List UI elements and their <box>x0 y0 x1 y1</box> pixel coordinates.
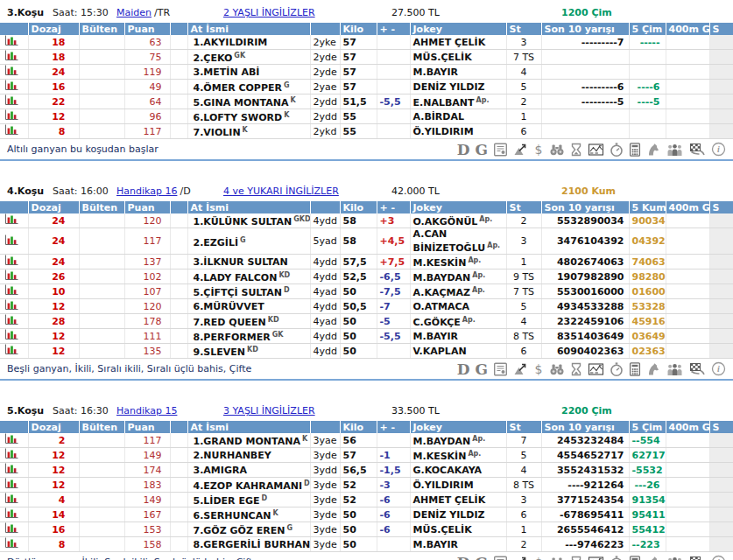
horse-row: 41495.LİDER EGED3yde52-6AHMET ÇELİK33771… <box>0 493 733 508</box>
cell-bulten <box>79 50 124 65</box>
binoculars-icon[interactable] <box>549 556 565 560</box>
form-stats-icon[interactable] <box>4 80 19 94</box>
performance-icon[interactable] <box>513 143 528 157</box>
form-stats-icon[interactable] <box>4 344 19 358</box>
form-stats-icon[interactable] <box>4 508 19 522</box>
calculator-icon[interactable] <box>629 143 641 157</box>
cell-name: 8.GERGERİLİ BURHAN <box>187 537 310 552</box>
program-icon[interactable] <box>493 362 508 376</box>
stopwatch-icon[interactable] <box>610 143 624 157</box>
info-icon[interactable]: i <box>711 142 726 157</box>
horse-row: 121206.MÜRÜVVET4ydd50,5-7O.ATMACA5493453… <box>0 299 733 314</box>
stopwatch-icon[interactable] <box>610 362 624 376</box>
ganyan-g-icon[interactable]: G <box>475 362 488 376</box>
program-icon[interactable] <box>493 556 508 560</box>
dollar-icon[interactable]: $ <box>533 362 544 376</box>
crowd-icon[interactable] <box>666 362 683 376</box>
form-stats-icon[interactable] <box>4 50 19 64</box>
cell-name: 5.ÇİFTÇİ SULTAND <box>187 284 310 299</box>
form-stats-icon[interactable] <box>4 478 19 492</box>
stopwatch-icon[interactable] <box>610 556 624 560</box>
cell-s <box>709 463 733 478</box>
hourglass-icon[interactable] <box>570 143 582 157</box>
horse-icon[interactable] <box>646 362 661 376</box>
cell-icon <box>0 255 28 270</box>
cell-son10: 2453232484 <box>541 433 629 448</box>
cell-puan: 96 <box>124 109 170 124</box>
form-stats-icon[interactable] <box>4 433 19 447</box>
form-stats-icon[interactable] <box>4 299 19 313</box>
horse-row: 241373.İLKNUR SULTAN4ydd57,5+7,5M.KESKİN… <box>0 255 733 270</box>
form-stats-icon[interactable] <box>4 329 19 343</box>
form-chart-icon[interactable] <box>588 143 604 157</box>
cell-s <box>709 537 733 552</box>
race-type-link[interactable]: Handikap 15 <box>116 405 177 416</box>
cell-gap <box>170 299 187 314</box>
info-icon[interactable]: i <box>711 555 726 560</box>
cell-dozaj: 24 <box>28 65 79 80</box>
horse-icon[interactable] <box>646 556 661 560</box>
form-stats-icon[interactable] <box>4 463 19 477</box>
form-stats-icon[interactable] <box>4 448 19 462</box>
form-chart-icon[interactable] <box>588 362 604 376</box>
jockey-apprentice-flag: Ap. <box>472 271 485 279</box>
ganyan-g-icon[interactable]: G <box>475 556 488 560</box>
cell-pm: +4,5 <box>377 228 410 255</box>
cell-gap <box>170 522 187 537</box>
ganyan-d-icon[interactable]: D <box>457 143 470 157</box>
dollar-icon[interactable]: $ <box>533 143 544 157</box>
jockey-name: V.KAPLAN <box>413 346 467 357</box>
cell-last5: 95411 <box>629 508 666 522</box>
cell-age: 4yad <box>310 314 340 329</box>
race-type-link[interactable]: Maiden <box>116 7 152 18</box>
finish-flag-icon[interactable] <box>688 362 706 376</box>
cell-last5: ----5 <box>629 94 666 109</box>
performance-icon[interactable] <box>513 556 528 560</box>
cell-jokey: E.NALBANTAp. <box>410 94 506 109</box>
column-header-puan: Puan <box>124 201 170 214</box>
binoculars-icon[interactable] <box>549 143 565 157</box>
dollar-icon[interactable]: $ <box>533 556 544 560</box>
ganyan-d-icon[interactable]: D <box>457 362 470 376</box>
jockey-name: DENİZ YILDIZ <box>413 81 485 93</box>
hourglass-icon[interactable] <box>570 362 582 376</box>
finish-flag-icon[interactable] <box>688 556 706 560</box>
ganyan-d-icon[interactable]: D <box>457 556 470 560</box>
race-class-link[interactable]: 2 YAŞLI İNGİLİZLER <box>223 7 315 18</box>
form-stats-icon[interactable] <box>4 124 19 138</box>
program-icon[interactable] <box>493 143 508 157</box>
form-stats-icon[interactable] <box>4 234 19 248</box>
form-stats-icon[interactable] <box>4 35 19 49</box>
info-icon[interactable]: i <box>711 361 726 376</box>
form-chart-icon[interactable] <box>588 556 604 560</box>
form-stats-icon[interactable] <box>4 493 19 507</box>
form-stats-icon[interactable] <box>4 214 19 228</box>
form-stats-icon[interactable] <box>4 522 19 536</box>
ganyan-g-icon[interactable]: G <box>475 143 488 157</box>
crowd-icon[interactable] <box>666 556 683 560</box>
binoculars-icon[interactable] <box>549 362 565 376</box>
form-stats-icon[interactable] <box>4 284 19 298</box>
race-class-link[interactable]: 3 YAŞLI İNGİLİZLER <box>223 405 315 416</box>
horse-row: 81588.GERGERİLİ BURHAN3yde50M.BAYIR2---9… <box>0 537 733 552</box>
hourglass-icon[interactable] <box>570 556 582 560</box>
form-stats-icon[interactable] <box>4 255 19 269</box>
form-stats-icon[interactable] <box>4 270 19 284</box>
calculator-icon[interactable] <box>629 362 641 376</box>
form-stats-icon[interactable] <box>4 94 19 108</box>
race-type-link[interactable]: Handikap 16 <box>116 186 177 197</box>
horse-name: 1.GRAND MONTANA <box>194 436 300 447</box>
form-stats-icon[interactable] <box>4 314 19 328</box>
form-stats-icon[interactable] <box>4 65 19 79</box>
cell-dozaj: 16 <box>28 80 79 94</box>
crowd-icon[interactable] <box>666 143 683 157</box>
performance-icon[interactable] <box>513 362 528 376</box>
horse-name: 5.LİDER EGE <box>194 495 260 507</box>
form-stats-icon[interactable] <box>4 109 19 123</box>
race-class-link[interactable]: 4 ve YUKARI İNGİLİZLER <box>223 186 339 197</box>
cell-icon <box>0 329 28 344</box>
finish-flag-icon[interactable] <box>688 143 706 157</box>
form-stats-icon[interactable] <box>4 537 19 551</box>
horse-icon[interactable] <box>646 143 661 157</box>
calculator-icon[interactable] <box>629 556 641 560</box>
